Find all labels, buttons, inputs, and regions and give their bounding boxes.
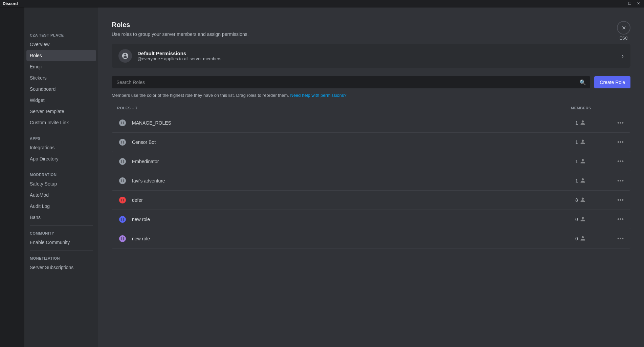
- maximize-button[interactable]: ☐: [627, 1, 633, 6]
- role-row-favis-adventure[interactable]: favi's adventure 1 •••: [112, 171, 630, 191]
- settings-sidebar: CZA TEST PLACE Overview Roles Emoji Stic…: [24, 7, 98, 347]
- role-options-button[interactable]: •••: [616, 120, 625, 127]
- role-icon: [117, 233, 128, 244]
- sidebar-item-roles[interactable]: Roles: [26, 50, 96, 61]
- roles-list: MANAGE_ROLES 1 ••• Censor Bot 1 ••: [112, 113, 630, 248]
- app-container: CZA TEST PLACE Overview Roles Emoji Stic…: [0, 7, 644, 347]
- default-permissions-card[interactable]: Default Permissions @everyone • applies …: [112, 44, 630, 68]
- sidebar-item-overview[interactable]: Overview: [26, 39, 96, 50]
- role-row-defer[interactable]: defer 8 •••: [112, 191, 630, 210]
- role-name: new role: [132, 236, 575, 241]
- role-row-censor-bot[interactable]: Censor Bot 1 •••: [112, 133, 630, 152]
- role-member-count: 1: [575, 120, 578, 126]
- role-members: 8: [575, 197, 616, 203]
- page-title: Roles: [112, 21, 630, 29]
- divider-4: [30, 251, 93, 251]
- members-icon: [580, 197, 585, 203]
- role-options-button[interactable]: •••: [616, 158, 625, 165]
- role-icon: [117, 195, 128, 205]
- roles-count-label: ROLES – 7: [117, 106, 571, 110]
- role-member-count: 0: [575, 217, 578, 222]
- members-icon: [580, 139, 585, 146]
- sidebar-item-server-subscriptions[interactable]: Server Subscriptions: [26, 262, 96, 273]
- roles-table-header: ROLES – 7 MEMBERS: [112, 104, 630, 112]
- role-member-count: 1: [575, 159, 578, 164]
- role-name: MANAGE_ROLES: [132, 120, 575, 126]
- members-column-label: MEMBERS: [571, 106, 612, 110]
- moderation-section-label: MODERATION: [26, 170, 96, 178]
- role-icon: [117, 214, 128, 225]
- search-container: 🔍: [112, 76, 590, 88]
- role-name: favi's adventure: [132, 178, 575, 183]
- title-bar: Discord — ☐ ✕: [0, 0, 644, 7]
- sidebar-item-server-template[interactable]: Server Template: [26, 106, 96, 117]
- sidebar-item-custom-invite-link[interactable]: Custom Invite Link: [26, 117, 96, 128]
- default-permissions-subtitle: @everyone • applies to all server member…: [137, 56, 622, 61]
- divider-3: [30, 225, 93, 226]
- role-member-count: 1: [575, 178, 578, 183]
- role-members: 1: [575, 139, 616, 146]
- role-member-count: 8: [575, 197, 578, 203]
- close-button[interactable]: ✕: [636, 1, 641, 6]
- create-role-button[interactable]: Create Role: [594, 76, 630, 88]
- apps-section-label: APPS: [26, 134, 96, 142]
- role-members: 1: [575, 178, 616, 184]
- help-text: Members use the color of the highest rol…: [112, 92, 630, 99]
- sidebar-item-app-directory[interactable]: App Directory: [26, 153, 96, 164]
- esc-label: ESC: [620, 36, 628, 41]
- default-permissions-info: Default Permissions @everyone • applies …: [137, 50, 622, 61]
- role-name: Censor Bot: [132, 139, 575, 145]
- divider-1: [30, 131, 93, 131]
- role-name: Embedinator: [132, 159, 575, 164]
- role-member-count: 1: [575, 139, 578, 145]
- role-members: 1: [575, 120, 616, 126]
- role-options-button[interactable]: •••: [616, 216, 625, 223]
- community-section-label: COMMUNITY: [26, 229, 96, 237]
- server-sidebar: [0, 7, 24, 347]
- role-options-button[interactable]: •••: [616, 177, 625, 185]
- sidebar-item-integrations[interactable]: Integrations: [26, 142, 96, 153]
- sidebar-item-safety-setup[interactable]: Safety Setup: [26, 178, 96, 189]
- main-content: ✕ ESC Roles Use roles to group your serv…: [98, 7, 644, 347]
- help-link[interactable]: Need help with permissions?: [290, 93, 347, 98]
- sidebar-item-soundboard[interactable]: Soundboard: [26, 84, 96, 94]
- role-name: defer: [132, 197, 575, 203]
- search-create-row: 🔍 Create Role: [112, 76, 630, 88]
- window-controls: — ☐ ✕: [618, 1, 641, 6]
- role-row-manage-roles[interactable]: MANAGE_ROLES 1 •••: [112, 113, 630, 133]
- default-permissions-icon: [118, 49, 132, 63]
- role-member-count: 0: [575, 236, 578, 241]
- role-icon: [117, 156, 128, 167]
- role-icon: [117, 137, 128, 148]
- role-options-button[interactable]: •••: [616, 197, 625, 204]
- search-roles-input[interactable]: [112, 76, 590, 88]
- members-icon: [580, 120, 585, 126]
- role-icon: [117, 175, 128, 186]
- members-icon: [580, 216, 585, 223]
- sidebar-item-automod[interactable]: AutoMod: [26, 190, 96, 200]
- sidebar-item-widget[interactable]: Widget: [26, 95, 96, 106]
- divider-2: [30, 167, 93, 167]
- role-options-button[interactable]: •••: [616, 139, 625, 146]
- role-row-new-role-2[interactable]: new role 0 •••: [112, 229, 630, 248]
- app-title: Discord: [3, 1, 18, 6]
- sidebar-item-audit-log[interactable]: Audit Log: [26, 201, 96, 212]
- role-options-button[interactable]: •••: [616, 235, 625, 242]
- sidebar-item-bans[interactable]: Bans: [26, 212, 96, 223]
- server-name-label: CZA TEST PLACE: [26, 30, 96, 39]
- page-subtitle: Use roles to group your server members a…: [112, 31, 630, 37]
- members-icon: [580, 158, 585, 165]
- sidebar-item-emoji[interactable]: Emoji: [26, 61, 96, 72]
- role-row-new-role-1[interactable]: new role 0 •••: [112, 210, 630, 229]
- role-members: 1: [575, 158, 616, 165]
- role-members: 0: [575, 236, 616, 242]
- default-permissions-title: Default Permissions: [137, 50, 622, 56]
- minimize-button[interactable]: —: [618, 1, 624, 6]
- sidebar-item-enable-community[interactable]: Enable Community: [26, 237, 96, 248]
- esc-icon[interactable]: ✕: [617, 21, 630, 35]
- sidebar-item-stickers[interactable]: Stickers: [26, 72, 96, 83]
- role-row-embedinator[interactable]: Embedinator 1 •••: [112, 152, 630, 171]
- esc-button[interactable]: ✕ ESC: [617, 21, 630, 41]
- monetization-section-label: MONETIZATION: [26, 254, 96, 262]
- role-icon: [117, 117, 128, 128]
